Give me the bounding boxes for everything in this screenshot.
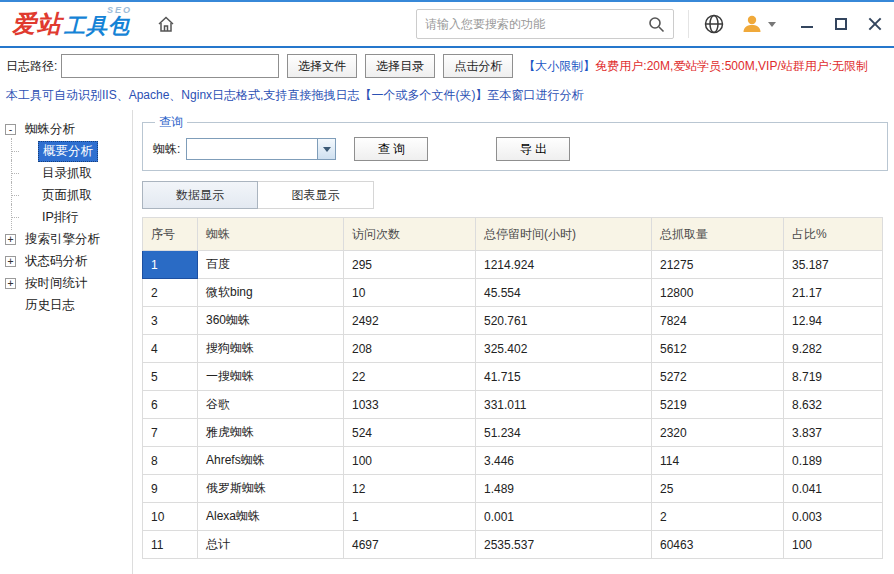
- table-cell[interactable]: 5: [143, 363, 198, 391]
- table-cell[interactable]: 1.489: [476, 475, 652, 503]
- table-cell[interactable]: 搜狗蜘蛛: [198, 335, 344, 363]
- table-row[interactable]: 1百度2951214.9242127535.187: [143, 251, 883, 279]
- table-cell[interactable]: 51.234: [476, 419, 652, 447]
- table-cell[interactable]: 2: [652, 503, 784, 531]
- table-cell[interactable]: 60463: [652, 531, 784, 559]
- table-cell[interactable]: 总计: [198, 531, 344, 559]
- table-cell[interactable]: 4697: [344, 531, 476, 559]
- sidebar-item[interactable]: IP排行: [0, 206, 132, 228]
- sidebar-item[interactable]: +搜索引擎分析: [0, 228, 132, 250]
- table-row[interactable]: 8Ahrefs蜘蛛1003.4461140.189: [143, 447, 883, 475]
- table-cell[interactable]: 41.715: [476, 363, 652, 391]
- table-cell[interactable]: 100: [784, 531, 883, 559]
- select-file-button[interactable]: 选择文件: [287, 54, 357, 78]
- export-button[interactable]: 导 出: [496, 137, 570, 161]
- table-cell[interactable]: 10: [143, 503, 198, 531]
- table-cell[interactable]: 7: [143, 419, 198, 447]
- home-button[interactable]: [156, 14, 176, 34]
- table-cell[interactable]: 2535.537: [476, 531, 652, 559]
- column-header[interactable]: 总停留时间(小时): [476, 218, 652, 251]
- analyze-button[interactable]: 点击分析: [443, 54, 513, 78]
- table-cell[interactable]: 1: [143, 251, 198, 279]
- table-cell[interactable]: 12800: [652, 279, 784, 307]
- search-icon[interactable]: [648, 16, 665, 33]
- sidebar-item-label[interactable]: 按时间统计: [21, 274, 92, 293]
- table-cell[interactable]: 21275: [652, 251, 784, 279]
- select-dir-button[interactable]: 选择目录: [365, 54, 435, 78]
- table-cell[interactable]: 1214.924: [476, 251, 652, 279]
- sidebar-item-label[interactable]: 概要分析: [38, 141, 98, 162]
- sidebar-item-label[interactable]: 历史日志: [21, 296, 79, 315]
- table-cell[interactable]: 114: [652, 447, 784, 475]
- sidebar-item-label[interactable]: 页面抓取: [38, 186, 96, 205]
- table-cell[interactable]: 21.17: [784, 279, 883, 307]
- table-row[interactable]: 6谷歌1033331.01152198.632: [143, 391, 883, 419]
- table-cell[interactable]: 微软bing: [198, 279, 344, 307]
- table-cell[interactable]: 331.011: [476, 391, 652, 419]
- table-cell[interactable]: 4: [143, 335, 198, 363]
- table-cell[interactable]: 325.402: [476, 335, 652, 363]
- table-cell[interactable]: 1033: [344, 391, 476, 419]
- tab-chart-display[interactable]: 图表显示: [258, 181, 374, 209]
- table-cell[interactable]: 9.282: [784, 335, 883, 363]
- table-cell[interactable]: 俄罗斯蜘蛛: [198, 475, 344, 503]
- table-row[interactable]: 7雅虎蜘蛛52451.23423203.837: [143, 419, 883, 447]
- table-cell[interactable]: 5219: [652, 391, 784, 419]
- table-cell[interactable]: 3.837: [784, 419, 883, 447]
- table-cell[interactable]: 5272: [652, 363, 784, 391]
- table-cell[interactable]: 雅虎蜘蛛: [198, 419, 344, 447]
- table-cell[interactable]: 10: [344, 279, 476, 307]
- table-cell[interactable]: 0.189: [784, 447, 883, 475]
- column-header[interactable]: 蜘蛛: [198, 218, 344, 251]
- column-header[interactable]: 访问次数: [344, 218, 476, 251]
- table-cell[interactable]: 8: [143, 447, 198, 475]
- table-cell[interactable]: 8.719: [784, 363, 883, 391]
- sidebar-item[interactable]: -蜘蛛分析: [0, 118, 132, 140]
- sidebar-item-label[interactable]: IP排行: [38, 208, 83, 227]
- table-row[interactable]: 10Alexa蜘蛛10.00120.003: [143, 503, 883, 531]
- table-cell[interactable]: 2492: [344, 307, 476, 335]
- tab-data-display[interactable]: 数据显示: [142, 181, 258, 209]
- log-path-input[interactable]: [61, 54, 279, 78]
- table-cell[interactable]: 8.632: [784, 391, 883, 419]
- sidebar-item-label[interactable]: 搜索引擎分析: [21, 230, 104, 249]
- table-row[interactable]: 11总计46972535.53760463100: [143, 531, 883, 559]
- table-cell[interactable]: 11: [143, 531, 198, 559]
- spider-select[interactable]: [186, 138, 336, 160]
- table-cell[interactable]: 520.761: [476, 307, 652, 335]
- table-cell[interactable]: 5612: [652, 335, 784, 363]
- table-cell[interactable]: 2320: [652, 419, 784, 447]
- table-cell[interactable]: 45.554: [476, 279, 652, 307]
- table-row[interactable]: 3360蜘蛛2492520.761782412.94: [143, 307, 883, 335]
- expand-icon[interactable]: +: [5, 278, 16, 289]
- sidebar-item-label[interactable]: 状态码分析: [21, 252, 92, 271]
- sidebar-item[interactable]: +状态码分析: [0, 250, 132, 272]
- table-row[interactable]: 5一搜蜘蛛2241.71552728.719: [143, 363, 883, 391]
- column-header[interactable]: 占比%: [784, 218, 883, 251]
- table-cell[interactable]: 35.187: [784, 251, 883, 279]
- table-cell[interactable]: 3.446: [476, 447, 652, 475]
- column-header[interactable]: 总抓取量: [652, 218, 784, 251]
- table-cell[interactable]: 12.94: [784, 307, 883, 335]
- query-button[interactable]: 查 询: [354, 137, 428, 161]
- expand-icon[interactable]: +: [5, 234, 16, 245]
- table-cell[interactable]: 360蜘蛛: [198, 307, 344, 335]
- minimize-button[interactable]: [800, 17, 814, 31]
- sidebar-item[interactable]: 历史日志: [0, 294, 132, 316]
- sidebar-item[interactable]: 目录抓取: [0, 162, 132, 184]
- table-cell[interactable]: 0.041: [784, 475, 883, 503]
- table-cell[interactable]: 295: [344, 251, 476, 279]
- table-cell[interactable]: 22: [344, 363, 476, 391]
- sidebar-item[interactable]: +按时间统计: [0, 272, 132, 294]
- table-row[interactable]: 9俄罗斯蜘蛛121.489250.041: [143, 475, 883, 503]
- table-cell[interactable]: 25: [652, 475, 784, 503]
- table-cell[interactable]: 100: [344, 447, 476, 475]
- table-cell[interactable]: 524: [344, 419, 476, 447]
- table-cell[interactable]: 谷歌: [198, 391, 344, 419]
- combo-dropdown-icon[interactable]: [317, 139, 335, 159]
- user-account-button[interactable]: [741, 13, 776, 35]
- column-header[interactable]: 序号: [143, 218, 198, 251]
- table-cell[interactable]: 12: [344, 475, 476, 503]
- table-cell[interactable]: 一搜蜘蛛: [198, 363, 344, 391]
- sidebar-item-label[interactable]: 蜘蛛分析: [21, 120, 79, 139]
